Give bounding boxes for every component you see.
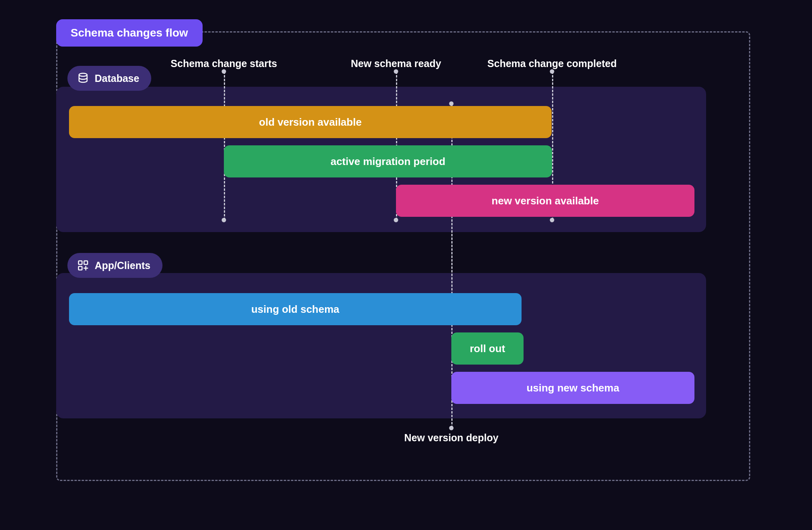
diagram-title: Schema changes flow [71,26,188,39]
milestone-dot [394,218,398,222]
milestone-dot [550,218,554,222]
milestone-label-ready: New schema ready [351,58,441,69]
bar-label: old version available [259,116,362,128]
svg-rect-3 [79,267,82,270]
bar-label: using new schema [526,382,619,394]
deploy-label: New version deploy [404,432,499,444]
milestone-dot [394,69,398,74]
bar-using-new-schema: using new schema [451,372,694,404]
bar-label: using old schema [251,303,339,316]
database-section-badge: Database [67,66,151,91]
bar-new-version-available: new version available [396,185,694,217]
bar-label: new version available [491,195,599,207]
database-section-label: Database [95,73,139,84]
bar-roll-out: roll out [451,332,524,365]
deploy-dot [449,102,454,106]
bar-using-old-schema: using old schema [69,293,522,325]
milestone-line-start [224,71,225,220]
milestone-dot [222,218,226,222]
bar-label: roll out [470,342,505,355]
clients-section-label: App/Clients [95,260,150,271]
deploy-dot [449,426,454,430]
clients-section-badge: App/Clients [67,253,162,278]
bar-old-version-available: old version available [69,106,552,138]
milestone-label-start: Schema change starts [171,58,277,69]
bar-active-migration: active migration period [224,145,552,177]
apps-icon [77,259,89,271]
milestone-dot [550,69,554,74]
svg-rect-2 [84,261,88,265]
database-icon [77,72,89,84]
milestone-label-complete: Schema change completed [487,58,617,69]
svg-rect-1 [79,261,82,265]
svg-point-0 [79,73,87,77]
milestone-dot [222,69,226,74]
bar-label: active migration period [331,155,445,168]
diagram-title-badge: Schema changes flow [56,19,203,47]
